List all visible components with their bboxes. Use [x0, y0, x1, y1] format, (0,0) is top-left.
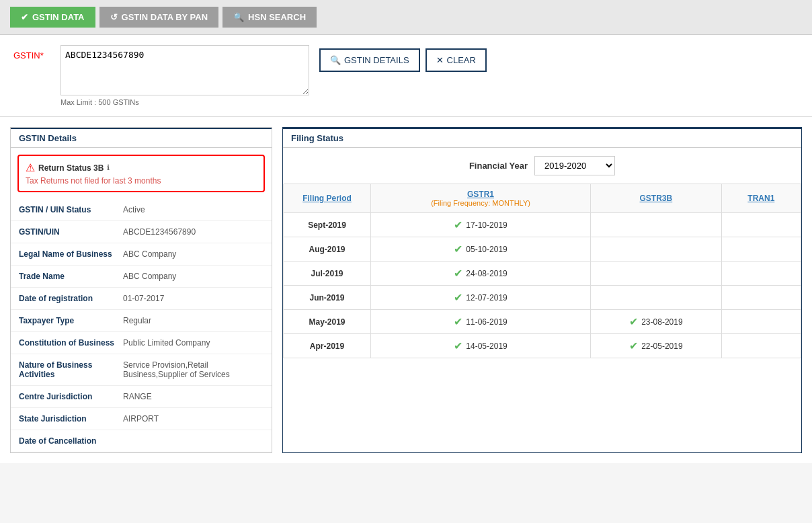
fy-dropdown[interactable]: 2019-20202018-20192017-2018 — [534, 156, 615, 175]
detail-label: Trade Name — [19, 272, 123, 281]
main-content: GSTIN Details ⚠ Return Status 3B ℹ Tax R… — [0, 117, 812, 463]
gstr1-date: 05-10-2019 — [466, 245, 507, 254]
detail-row: Nature of Business Activities Service Pr… — [11, 354, 272, 386]
search-area: GSTIN* ABCDE1234567890 Max Limit : 500 G… — [0, 35, 812, 117]
tab-hsn-label: HSN SEARCH — [248, 12, 306, 22]
gstr1-date: 12-07-2019 — [466, 293, 507, 303]
gstr3b-date: 22-05-2019 — [641, 341, 682, 351]
gstr1-cell: ✔12-07-2019 — [371, 286, 591, 310]
detail-label: GSTIN / UIN Status — [19, 205, 123, 214]
detail-label: Constitution of Business — [19, 338, 123, 348]
gstin-details-title: GSTIN Details — [19, 133, 77, 143]
tran1-sort-link[interactable]: TRAN1 — [747, 194, 774, 203]
check-icon: ✔ — [454, 218, 462, 231]
clear-btn-label: CLEAR — [447, 55, 476, 65]
period-label: Sept-2019 — [308, 220, 346, 230]
detail-row: Date of registration 01-07-2017 — [11, 288, 272, 310]
detail-row: GSTIN/UIN ABCDE1234567890 — [11, 221, 272, 243]
filing-status-panel: Filing Status Financial Year 2019-202020… — [282, 127, 802, 453]
gstr3b-cell — [591, 213, 722, 237]
gstin-details-header: GSTIN Details — [11, 128, 272, 148]
check-icon: ✔ — [454, 339, 462, 352]
action-buttons: 🔍 GSTIN DETAILS ✕ CLEAR — [319, 48, 487, 72]
detail-rows: GSTIN / UIN Status Active GSTIN/UIN ABCD… — [11, 199, 272, 452]
detail-label: Taxpayer Type — [19, 316, 123, 325]
gstin-pan-icon: ↺ — [110, 12, 118, 22]
gstr1-freq-label: (Filing Frequency: MONTHLY) — [378, 199, 583, 207]
gstr1-date: 24-08-2019 — [466, 269, 507, 278]
tab-gstin-data[interactable]: ✔ GSTIN DATA — [10, 7, 95, 28]
detail-label: Date of Cancellation — [19, 436, 123, 446]
check-icon: ✔ — [454, 291, 462, 304]
col-gstr3b-header: GSTR3B — [591, 184, 722, 213]
gstin-details-button[interactable]: 🔍 GSTIN DETAILS — [319, 48, 420, 72]
detail-label: Nature of Business Activities — [19, 360, 123, 379]
gstr3b-cell — [591, 237, 722, 262]
detail-row: Legal Name of Business ABC Company — [11, 243, 272, 266]
gstr1-cell: ✔14-05-2019 — [371, 334, 591, 358]
tran1-cell — [721, 286, 801, 310]
fy-label: Financial Year — [469, 161, 528, 171]
col-tran1-header: TRAN1 — [721, 184, 801, 213]
tab-gstin-data-label: GSTIN DATA — [32, 12, 85, 22]
check-icon: ✔ — [629, 339, 638, 352]
period-sort-link[interactable]: Filing Period — [302, 194, 352, 203]
gstr1-date: 11-06-2019 — [466, 317, 507, 327]
alert-message: Tax Returns not filed for last 3 months — [26, 176, 161, 186]
detail-value: ABCDE1234567890 — [123, 227, 196, 237]
tran1-cell — [721, 310, 801, 334]
detail-label: State Jurisdiction — [19, 414, 123, 424]
tran1-cell — [721, 213, 801, 237]
tran1-cell — [721, 262, 801, 286]
gstr3b-date: 23-08-2019 — [641, 317, 682, 327]
detail-value: ABC Company — [123, 249, 176, 259]
check-icon: ✔ — [629, 315, 638, 328]
detail-row: Constitution of Business Public Limited … — [11, 332, 272, 354]
detail-label: GSTIN/UIN — [19, 227, 123, 237]
period-label: May-2019 — [309, 317, 345, 327]
table-row: May-2019✔11-06-2019✔23-08-2019 — [284, 310, 801, 334]
detail-value: RANGE — [123, 392, 152, 401]
gstr1-cell: ✔11-06-2019 — [371, 310, 591, 334]
period-label: Jun-2019 — [309, 293, 344, 303]
detail-row: Taxpayer Type Regular — [11, 310, 272, 332]
check-icon: ✔ — [454, 243, 462, 255]
detail-label: Legal Name of Business — [19, 249, 123, 259]
filing-status-header: Filing Status — [283, 128, 801, 148]
detail-row: Centre Jurisdiction RANGE — [11, 386, 272, 408]
details-btn-label: GSTIN DETAILS — [344, 55, 409, 65]
gstr1-sort-link[interactable]: GSTR1 — [467, 190, 494, 199]
period-cell: Sept-2019 — [284, 213, 371, 237]
gstin-input[interactable]: ABCDE1234567890 — [60, 45, 309, 95]
col-period-header: Filing Period — [284, 184, 371, 213]
alert-title: Return Status 3B — [38, 163, 104, 173]
col-gstr1-header: GSTR1 (Filing Frequency: MONTHLY) — [371, 184, 591, 213]
period-cell: Jun-2019 — [284, 286, 371, 310]
tab-gstin-pan-label: GSTIN DATA BY PAN — [122, 12, 208, 22]
tab-hsn-search[interactable]: 🔍 HSN SEARCH — [222, 7, 317, 28]
info-icon: ℹ — [107, 163, 110, 172]
gstr1-date: 14-05-2019 — [466, 341, 507, 351]
clear-button[interactable]: ✕ CLEAR — [425, 48, 487, 72]
detail-value: Service Provision,Retail Business,Suppli… — [123, 360, 263, 379]
gstr3b-sort-link[interactable]: GSTR3B — [640, 194, 673, 203]
detail-value: Regular — [123, 316, 151, 325]
detail-value: ABC Company — [123, 272, 176, 281]
gstr1-cell: ✔24-08-2019 — [371, 262, 591, 286]
detail-label: Centre Jurisdiction — [19, 392, 123, 401]
search-icon: 🔍 — [330, 55, 341, 65]
gstin-details-panel: GSTIN Details ⚠ Return Status 3B ℹ Tax R… — [10, 127, 272, 453]
filing-table: Filing Period GSTR1 (Filing Frequency: M… — [283, 184, 801, 358]
tab-gstin-data-by-pan[interactable]: ↺ GSTIN DATA BY PAN — [99, 7, 219, 28]
tab-bar: ✔ GSTIN DATA ↺ GSTIN DATA BY PAN 🔍 HSN S… — [0, 0, 812, 35]
detail-value: 01-07-2017 — [123, 294, 164, 303]
table-row: Aug-2019✔05-10-2019 — [284, 237, 801, 262]
period-label: Aug-2019 — [309, 245, 345, 254]
gstin-data-icon: ✔ — [21, 12, 28, 22]
filing-rows: Sept-2019✔17-10-2019Aug-2019✔05-10-2019J… — [284, 213, 801, 358]
tran1-cell — [721, 334, 801, 358]
gstr3b-cell — [591, 286, 722, 310]
filing-status-title: Filing Status — [291, 133, 343, 143]
detail-value: Active — [123, 205, 145, 214]
tran1-cell — [721, 237, 801, 262]
